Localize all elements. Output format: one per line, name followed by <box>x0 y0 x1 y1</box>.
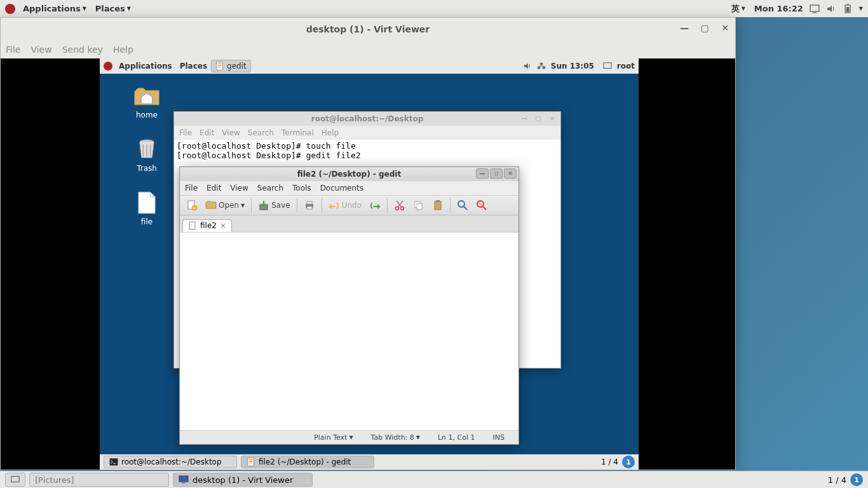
svg-rect-3 <box>846 4 849 5</box>
new-button[interactable] <box>184 198 200 212</box>
menu-edit[interactable]: Edit <box>207 184 221 193</box>
guest-applications-menu[interactable]: Applications <box>115 62 176 71</box>
guest-user[interactable]: root <box>617 62 635 71</box>
menu-file[interactable]: File <box>179 128 192 137</box>
cut-icon <box>394 200 405 211</box>
label: gedit <box>227 62 247 71</box>
minimize-button[interactable]: — <box>476 168 489 179</box>
menu-search[interactable]: Search <box>248 128 274 137</box>
workspace-badge[interactable]: 1 <box>622 456 635 468</box>
svg-rect-30 <box>182 482 186 484</box>
status-syntax[interactable]: Plain Text▼ <box>305 433 362 442</box>
svg-rect-8 <box>540 63 543 65</box>
save-icon <box>258 200 269 211</box>
redo-button[interactable] <box>367 198 383 212</box>
label: [Pictures] <box>35 475 74 485</box>
workspace-indicator[interactable]: 1 / 4 <box>601 458 618 466</box>
print-button[interactable] <box>301 198 318 212</box>
menu-sendkey[interactable]: Send key <box>62 44 103 55</box>
battery-icon[interactable] <box>843 4 853 14</box>
workspace-indicator[interactable]: 1 / 4 <box>828 475 846 485</box>
distro-icon <box>104 62 112 71</box>
svg-rect-26 <box>110 459 118 466</box>
display-icon[interactable] <box>810 4 820 14</box>
taskbar-gedit[interactable]: file2 (~/Desktop) - gedit <box>241 456 374 468</box>
maximize-button[interactable]: ▫ <box>490 168 503 179</box>
label: Places <box>95 4 125 13</box>
show-desktop-button[interactable] <box>5 473 25 487</box>
tab-close-button[interactable]: × <box>220 221 226 230</box>
minimize-button[interactable]: — <box>678 22 691 34</box>
file-icon <box>133 191 160 215</box>
menu-view[interactable]: View <box>31 44 51 55</box>
menu-file[interactable]: File <box>6 44 20 55</box>
guest-active-app[interactable]: gedit <box>211 60 251 72</box>
label: Open <box>219 201 239 210</box>
guest-desktop[interactable]: Applications Places gedit Sun 13:05 root <box>100 58 639 470</box>
desktop-icon-home[interactable]: home <box>128 84 166 119</box>
gedit-editor[interactable] <box>180 232 519 430</box>
desktop-icon-trash[interactable]: Trash <box>128 137 166 173</box>
close-button[interactable]: ✕ <box>546 114 558 123</box>
guest-clock[interactable]: Sun 13:05 <box>551 62 594 71</box>
open-button[interactable]: Open▼ <box>203 198 247 212</box>
copy-button[interactable] <box>410 198 427 212</box>
status-tabwidth[interactable]: Tab Width: 8▼ <box>362 433 429 442</box>
close-button[interactable]: ✕ <box>719 22 731 34</box>
host-bottombar: [Pictures] desktop (1) - Virt Viewer 1 /… <box>0 471 868 488</box>
separator <box>450 198 451 212</box>
maximize-button[interactable]: ▢ <box>698 22 711 34</box>
terminal-titlebar[interactable]: root@localhost:~/Desktop — ▢ ✕ <box>174 112 560 126</box>
svg-rect-28 <box>11 477 19 482</box>
gedit-titlebar[interactable]: file2 (~/Desktop) - gedit — ▫ ✕ <box>180 167 519 181</box>
gedit-window: file2 (~/Desktop) - gedit — ▫ ✕ File Edi… <box>179 166 519 445</box>
menu-edit[interactable]: Edit <box>200 128 214 137</box>
minimize-button[interactable]: — <box>519 114 530 123</box>
workspace-badge[interactable]: 1 <box>850 473 863 486</box>
menu-search[interactable]: Search <box>257 184 283 193</box>
gedit-tab[interactable]: file2 × <box>182 219 232 232</box>
menu-terminal[interactable]: Terminal <box>281 128 314 137</box>
host-applications-menu[interactable]: Applications ▼ <box>20 4 89 14</box>
guest-desktop-icons: home Trash file <box>128 84 166 226</box>
save-button[interactable]: Save <box>255 198 292 212</box>
undo-button[interactable]: Undo <box>326 198 364 212</box>
menu-file[interactable]: File <box>185 184 198 193</box>
host-input-method[interactable]: 英 ▼ <box>729 3 748 15</box>
svg-rect-0 <box>810 5 819 11</box>
menu-tools[interactable]: Tools <box>292 184 311 193</box>
replace-button[interactable] <box>473 198 490 212</box>
folder-home-icon <box>133 84 160 108</box>
label: 英 <box>731 3 740 15</box>
file-icon <box>188 221 197 230</box>
taskbar-terminal[interactable]: root@localhost:~/Desktop <box>104 456 237 468</box>
svg-rect-6 <box>538 67 540 69</box>
chevron-down-icon: ▼ <box>127 6 131 11</box>
menu-help[interactable]: Help <box>322 128 339 137</box>
desktop-icon-file[interactable]: file <box>128 191 166 226</box>
menu-view[interactable]: View <box>230 184 248 193</box>
paste-button[interactable] <box>430 198 446 212</box>
virt-viewer-menubar: File View Send key Help <box>1 41 735 58</box>
svg-rect-5 <box>217 62 223 70</box>
taskbar-pictures[interactable]: [Pictures] <box>29 473 169 487</box>
window-title: desktop (1) - Virt Viewer <box>306 24 430 34</box>
network-icon[interactable] <box>537 62 546 71</box>
volume-icon[interactable] <box>523 62 532 71</box>
close-button[interactable]: ✕ <box>504 168 517 179</box>
svg-rect-29 <box>179 476 188 482</box>
maximize-button[interactable]: ▢ <box>532 114 544 123</box>
host-places-menu[interactable]: Places ▼ <box>93 4 133 14</box>
find-button[interactable] <box>454 198 471 212</box>
svg-point-18 <box>401 207 404 210</box>
menu-help[interactable]: Help <box>113 44 133 55</box>
guest-places-menu[interactable]: Places <box>176 62 211 71</box>
host-clock[interactable]: Mon 16:22 <box>754 4 803 13</box>
taskbar-virtviewer[interactable]: desktop (1) - Virt Viewer <box>173 473 313 487</box>
window-title: root@localhost:~/Desktop <box>311 114 424 123</box>
virt-viewer-titlebar[interactable]: desktop (1) - Virt Viewer — ▢ ✕ <box>1 18 735 41</box>
volume-icon[interactable] <box>826 4 836 14</box>
menu-view[interactable]: View <box>222 128 240 137</box>
cut-button[interactable] <box>391 198 408 212</box>
menu-documents[interactable]: Documents <box>320 184 363 193</box>
